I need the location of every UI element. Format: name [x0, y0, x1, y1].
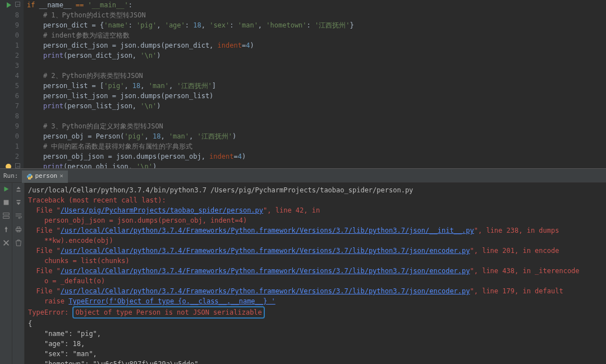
gutter-line[interactable]: 4	[0, 71, 19, 81]
run-toolbar-left	[0, 183, 12, 364]
code-line[interactable]	[27, 111, 606, 121]
code-line[interactable]: person_obj = Person('pig', 18, 'man', '江…	[27, 131, 606, 141]
editor-gutter: 7890123456789012345	[0, 0, 24, 168]
code-line[interactable]: person_dict = {'name': 'pig', 'age': 18,…	[27, 20, 606, 30]
fold-icon[interactable]	[15, 163, 20, 168]
run-panel: Run: person ×	[0, 171, 606, 364]
code-line[interactable]: # 中间的匿名函数是获得对象所有属性的字典形式	[27, 141, 606, 151]
gutter-line[interactable]: 7	[0, 0, 19, 10]
console-output[interactable]: /usr/local/Cellar/python/3.7.4/bin/pytho…	[25, 183, 606, 364]
svg-point-1	[30, 178, 31, 179]
gutter-line[interactable]: 3	[0, 61, 19, 71]
gutter-line[interactable]: 1	[0, 141, 19, 151]
code-editor[interactable]: 7890123456789012345 if __name__ == '__ma…	[0, 0, 606, 168]
svg-rect-4	[3, 216, 9, 219]
bulb-icon[interactable]	[6, 164, 11, 168]
code-line[interactable]: # 3、Python的自定义对象类型转JSON	[27, 121, 606, 131]
close-icon[interactable]: ×	[59, 172, 63, 181]
run-line-icon[interactable]	[7, 2, 11, 8]
gutter-line[interactable]: 7	[0, 101, 19, 111]
up-arrow-icon[interactable]	[15, 185, 22, 193]
python-file-icon	[26, 173, 33, 180]
gutter-line[interactable]: 5	[0, 81, 19, 91]
editor-code[interactable]: if __name__ == '__main__': # 1、Python的di…	[24, 0, 606, 168]
trash-icon[interactable]	[15, 239, 22, 247]
run-header: Run: person ×	[0, 171, 606, 183]
gutter-line[interactable]: 2	[0, 151, 19, 162]
traceback-link[interactable]: /usr/local/Cellar/python/3.7.4/Framework…	[61, 227, 474, 234]
traceback-link[interactable]: /usr/local/Cellar/python/3.7.4/Framework…	[61, 247, 470, 255]
code-line[interactable]: person_dict_json = json.dumps(person_dic…	[27, 40, 606, 50]
gutter-line[interactable]: 8	[0, 10, 19, 20]
run-tab-label: person	[35, 172, 58, 181]
fold-icon[interactable]	[15, 2, 20, 7]
code-line[interactable]: print(person_obj_json, '\n')	[27, 162, 606, 168]
gutter-line[interactable]: 8	[0, 111, 19, 121]
svg-rect-6	[17, 227, 20, 229]
layout-icon[interactable]	[2, 212, 10, 220]
traceback-link[interactable]: /usr/local/Cellar/python/3.7.4/Framework…	[61, 287, 470, 295]
run-header-label: Run:	[2, 172, 22, 181]
error-highlight: Object of type Person is not JSON serial…	[72, 306, 264, 319]
gutter-line[interactable]: 1	[0, 40, 19, 50]
code-line[interactable]	[27, 61, 606, 71]
gutter-line[interactable]: 9	[0, 121, 19, 131]
gutter-line[interactable]: 0	[0, 30, 19, 40]
code-line[interactable]: print(person_list_json, '\n')	[27, 101, 606, 111]
code-line[interactable]: # 2、Python的列表类型转JSON	[27, 71, 606, 81]
pin-icon[interactable]	[2, 225, 10, 233]
code-line[interactable]: print(person_dict_json, '\n')	[27, 50, 606, 61]
svg-rect-3	[3, 213, 9, 215]
gutter-line[interactable]: 0	[0, 131, 19, 141]
close-panel-icon[interactable]	[2, 239, 10, 247]
svg-rect-2	[3, 200, 8, 205]
soft-wrap-icon[interactable]	[15, 212, 22, 220]
run-tab[interactable]: person ×	[22, 171, 68, 183]
gutter-line[interactable]: 3	[0, 162, 19, 168]
code-line[interactable]: # indent参数为缩进空格数	[27, 30, 606, 40]
run-body: /usr/local/Cellar/python/3.7.4/bin/pytho…	[0, 183, 606, 364]
code-line[interactable]: person_list = ['pig', 18, 'man', '江西抚州']	[27, 81, 606, 91]
code-line[interactable]: person_list_json = json.dumps(person_lis…	[27, 91, 606, 101]
code-line[interactable]: # 1、Python的dict类型转JSON	[27, 10, 606, 20]
print-icon[interactable]	[15, 225, 22, 233]
traceback-link[interactable]: /Users/pig/PycharmProjects/taobao_spider…	[61, 206, 263, 214]
gutter-line[interactable]: 9	[0, 20, 19, 30]
rerun-icon[interactable]	[2, 185, 10, 193]
svg-point-0	[28, 174, 29, 174]
code-line[interactable]: if __name__ == '__main__':	[27, 0, 606, 10]
down-arrow-icon[interactable]	[15, 199, 22, 206]
run-toolbar-output	[12, 183, 25, 364]
code-line[interactable]: person_obj_json = json.dumps(person_obj,…	[27, 151, 606, 162]
traceback-link[interactable]: /usr/local/Cellar/python/3.7.4/Framework…	[61, 267, 470, 275]
traceback-link[interactable]: TypeError(f'Object of type {o.__class__.…	[68, 297, 275, 305]
gutter-line[interactable]: 6	[0, 91, 19, 101]
stop-icon[interactable]	[2, 199, 10, 206]
gutter-line[interactable]: 2	[0, 50, 19, 61]
